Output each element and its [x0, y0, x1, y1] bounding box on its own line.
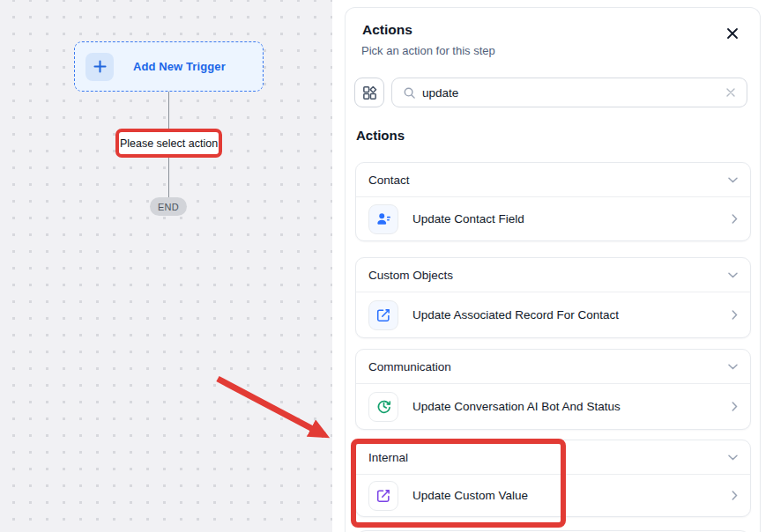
action-item-update-conversation-ai[interactable]: Update Conversation AI Bot And Status	[356, 384, 750, 429]
search-icon	[403, 86, 416, 100]
connector-line	[168, 158, 170, 197]
add-new-trigger-label: Add New Trigger	[133, 60, 226, 73]
add-new-trigger-button[interactable]: Add New Trigger	[74, 41, 264, 92]
close-icon[interactable]	[723, 24, 742, 43]
group-label: Communication	[368, 360, 728, 373]
action-group-communication: Communication Update Conversation AI Bot…	[355, 349, 751, 430]
action-search-input[interactable]	[422, 86, 719, 100]
select-action-label: Please select action	[120, 137, 218, 150]
group-header-custom-objects[interactable]: Custom Objects	[356, 258, 750, 292]
chevron-down-icon[interactable]	[728, 454, 738, 461]
workflow-canvas[interactable]: Add New Trigger Please select action END	[0, 0, 332, 532]
action-group-internal: Internal Update Custom Value	[355, 440, 751, 517]
edit-square-icon	[368, 481, 398, 511]
actions-toolbar	[354, 78, 747, 107]
end-badge: END	[150, 197, 187, 216]
chevron-down-icon[interactable]	[728, 272, 738, 278]
contact-field-icon	[368, 204, 398, 234]
edit-square-icon	[368, 300, 398, 330]
action-group-custom-objects: Custom Objects Update Associated Record …	[355, 257, 751, 338]
group-label: Custom Objects	[368, 269, 728, 282]
group-label: Contact	[368, 174, 728, 187]
connector-line	[168, 92, 170, 129]
group-header-contact[interactable]: Contact	[356, 163, 750, 197]
plus-icon	[85, 53, 114, 81]
action-item-update-custom-value[interactable]: Update Custom Value	[356, 475, 750, 516]
group-header-communication[interactable]: Communication	[356, 350, 750, 384]
select-action-placeholder[interactable]: Please select action	[115, 129, 222, 158]
action-item-label: Update Associated Record For Contact	[413, 308, 732, 321]
group-header-internal[interactable]: Internal	[356, 440, 750, 475]
chevron-right-icon	[732, 310, 738, 320]
panel-subtitle: Pick an action for this step	[361, 44, 495, 57]
panel-title: Actions	[362, 22, 413, 38]
clear-icon[interactable]	[725, 87, 736, 98]
action-item-label: Update Contact Field	[413, 212, 732, 225]
action-group-contact: Contact Update Contact Field	[355, 162, 751, 241]
actions-panel: Actions Pick an action for this step	[345, 7, 761, 532]
group-label: Internal	[368, 451, 728, 464]
chevron-down-icon[interactable]	[728, 364, 738, 370]
action-search-box[interactable]	[391, 78, 747, 107]
chevron-down-icon[interactable]	[728, 177, 738, 183]
end-badge-label: END	[158, 202, 179, 212]
action-item-update-associated-record[interactable]: Update Associated Record For Contact	[356, 292, 750, 337]
workflow-builder-page: Add New Trigger Please select action END…	[0, 0, 773, 532]
chevron-right-icon	[732, 402, 738, 411]
action-item-label: Update Conversation AI Bot And Status	[413, 400, 732, 413]
chevron-right-icon	[732, 214, 738, 224]
clock-refresh-icon	[368, 392, 398, 422]
chevron-right-icon	[732, 491, 738, 500]
actions-section-heading: Actions	[356, 128, 405, 143]
apps-grid-icon[interactable]	[354, 78, 384, 107]
action-item-update-contact-field[interactable]: Update Contact Field	[356, 197, 750, 240]
action-item-label: Update Custom Value	[413, 489, 732, 502]
